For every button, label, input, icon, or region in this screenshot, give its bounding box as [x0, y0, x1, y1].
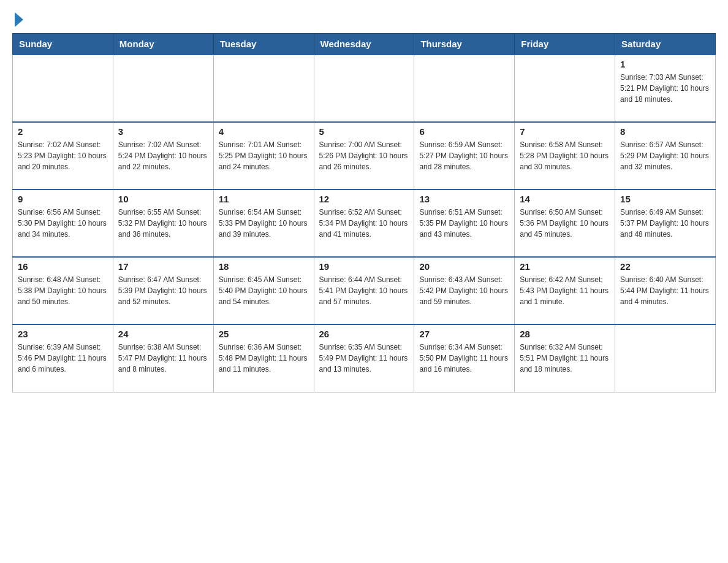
day-info: Sunrise: 6:40 AM Sunset: 5:44 PM Dayligh…: [620, 274, 710, 307]
weekday-header-thursday: Thursday: [414, 34, 515, 55]
calendar-cell: [314, 55, 414, 122]
day-number: 28: [520, 329, 610, 339]
calendar-cell: 4Sunrise: 7:01 AM Sunset: 5:25 PM Daylig…: [213, 122, 314, 190]
day-number: 2: [18, 126, 108, 137]
calendar-cell: 5Sunrise: 7:00 AM Sunset: 5:26 PM Daylig…: [314, 122, 414, 190]
day-number: 15: [620, 194, 710, 204]
calendar-cell: [213, 55, 314, 122]
day-number: 3: [118, 126, 208, 137]
week-row-5: 23Sunrise: 6:39 AM Sunset: 5:46 PM Dayli…: [13, 324, 716, 392]
day-number: 21: [520, 261, 610, 272]
weekday-header-friday: Friday: [515, 34, 615, 55]
calendar-cell: 26Sunrise: 6:35 AM Sunset: 5:49 PM Dayli…: [314, 324, 414, 392]
calendar-cell: 27Sunrise: 6:34 AM Sunset: 5:50 PM Dayli…: [414, 324, 515, 392]
calendar-cell: 8Sunrise: 6:57 AM Sunset: 5:29 PM Daylig…: [615, 122, 716, 190]
calendar-cell: 24Sunrise: 6:38 AM Sunset: 5:47 PM Dayli…: [113, 324, 213, 392]
day-info: Sunrise: 6:39 AM Sunset: 5:46 PM Dayligh…: [18, 342, 108, 375]
day-number: 8: [620, 126, 710, 137]
calendar-cell: 6Sunrise: 6:59 AM Sunset: 5:27 PM Daylig…: [414, 122, 515, 190]
calendar-cell: 21Sunrise: 6:42 AM Sunset: 5:43 PM Dayli…: [515, 257, 615, 324]
day-number: 5: [319, 126, 409, 137]
weekday-header-wednesday: Wednesday: [314, 34, 414, 55]
day-number: 6: [419, 126, 509, 137]
day-info: Sunrise: 6:49 AM Sunset: 5:37 PM Dayligh…: [620, 207, 710, 240]
calendar-cell: 13Sunrise: 6:51 AM Sunset: 5:35 PM Dayli…: [414, 190, 515, 257]
calendar-cell: 18Sunrise: 6:45 AM Sunset: 5:40 PM Dayli…: [213, 257, 314, 324]
calendar-cell: 17Sunrise: 6:47 AM Sunset: 5:39 PM Dayli…: [113, 257, 213, 324]
week-row-4: 16Sunrise: 6:48 AM Sunset: 5:38 PM Dayli…: [13, 257, 716, 324]
logo: [12, 12, 23, 27]
calendar-cell: 14Sunrise: 6:50 AM Sunset: 5:36 PM Dayli…: [515, 190, 615, 257]
day-number: 27: [419, 329, 509, 339]
calendar-cell: [414, 55, 515, 122]
day-info: Sunrise: 7:00 AM Sunset: 5:26 PM Dayligh…: [319, 139, 409, 172]
calendar-cell: 16Sunrise: 6:48 AM Sunset: 5:38 PM Dayli…: [13, 257, 113, 324]
day-number: 13: [419, 194, 509, 204]
day-number: 11: [219, 194, 309, 204]
weekday-header-sunday: Sunday: [13, 34, 113, 55]
day-number: 10: [118, 194, 208, 204]
calendar-table: SundayMondayTuesdayWednesdayThursdayFrid…: [12, 33, 716, 393]
calendar-cell: 22Sunrise: 6:40 AM Sunset: 5:44 PM Dayli…: [615, 257, 716, 324]
day-info: Sunrise: 6:54 AM Sunset: 5:33 PM Dayligh…: [219, 207, 309, 240]
calendar-cell: 1Sunrise: 7:03 AM Sunset: 5:21 PM Daylig…: [615, 55, 716, 122]
day-number: 25: [219, 329, 309, 339]
day-number: 7: [520, 126, 610, 137]
day-number: 9: [18, 194, 108, 204]
calendar-cell: 7Sunrise: 6:58 AM Sunset: 5:28 PM Daylig…: [515, 122, 615, 190]
day-info: Sunrise: 7:02 AM Sunset: 5:23 PM Dayligh…: [18, 139, 108, 172]
page-header: [12, 12, 716, 27]
day-info: Sunrise: 6:55 AM Sunset: 5:32 PM Dayligh…: [118, 207, 208, 240]
calendar-cell: [113, 55, 213, 122]
calendar-cell: 15Sunrise: 6:49 AM Sunset: 5:37 PM Dayli…: [615, 190, 716, 257]
day-info: Sunrise: 6:32 AM Sunset: 5:51 PM Dayligh…: [520, 342, 610, 375]
logo-arrow-icon: [15, 12, 23, 27]
day-info: Sunrise: 6:59 AM Sunset: 5:27 PM Dayligh…: [419, 139, 509, 172]
calendar-cell: 19Sunrise: 6:44 AM Sunset: 5:41 PM Dayli…: [314, 257, 414, 324]
calendar-cell: 9Sunrise: 6:56 AM Sunset: 5:30 PM Daylig…: [13, 190, 113, 257]
weekday-header-tuesday: Tuesday: [213, 34, 314, 55]
day-info: Sunrise: 6:38 AM Sunset: 5:47 PM Dayligh…: [118, 342, 208, 375]
day-number: 12: [319, 194, 409, 204]
calendar-cell: 20Sunrise: 6:43 AM Sunset: 5:42 PM Dayli…: [414, 257, 515, 324]
calendar-cell: [13, 55, 113, 122]
calendar-cell: 25Sunrise: 6:36 AM Sunset: 5:48 PM Dayli…: [213, 324, 314, 392]
calendar-cell: 12Sunrise: 6:52 AM Sunset: 5:34 PM Dayli…: [314, 190, 414, 257]
day-info: Sunrise: 6:58 AM Sunset: 5:28 PM Dayligh…: [520, 139, 610, 172]
week-row-3: 9Sunrise: 6:56 AM Sunset: 5:30 PM Daylig…: [13, 190, 716, 257]
day-number: 26: [319, 329, 409, 339]
calendar-cell: [515, 55, 615, 122]
weekday-header-row: SundayMondayTuesdayWednesdayThursdayFrid…: [13, 34, 716, 55]
day-info: Sunrise: 6:42 AM Sunset: 5:43 PM Dayligh…: [520, 274, 610, 307]
day-info: Sunrise: 6:51 AM Sunset: 5:35 PM Dayligh…: [419, 207, 509, 240]
day-info: Sunrise: 6:34 AM Sunset: 5:50 PM Dayligh…: [419, 342, 509, 375]
week-row-1: 1Sunrise: 7:03 AM Sunset: 5:21 PM Daylig…: [13, 55, 716, 122]
day-info: Sunrise: 6:43 AM Sunset: 5:42 PM Dayligh…: [419, 274, 509, 307]
calendar-cell: 3Sunrise: 7:02 AM Sunset: 5:24 PM Daylig…: [113, 122, 213, 190]
calendar-cell: 10Sunrise: 6:55 AM Sunset: 5:32 PM Dayli…: [113, 190, 213, 257]
day-info: Sunrise: 6:44 AM Sunset: 5:41 PM Dayligh…: [319, 274, 409, 307]
week-row-2: 2Sunrise: 7:02 AM Sunset: 5:23 PM Daylig…: [13, 122, 716, 190]
calendar-cell: [615, 324, 716, 392]
day-number: 14: [520, 194, 610, 204]
calendar-cell: 28Sunrise: 6:32 AM Sunset: 5:51 PM Dayli…: [515, 324, 615, 392]
weekday-header-saturday: Saturday: [615, 34, 716, 55]
weekday-header-monday: Monday: [113, 34, 213, 55]
day-info: Sunrise: 6:50 AM Sunset: 5:36 PM Dayligh…: [520, 207, 610, 240]
day-number: 19: [319, 261, 409, 272]
calendar-cell: 2Sunrise: 7:02 AM Sunset: 5:23 PM Daylig…: [13, 122, 113, 190]
day-number: 23: [18, 329, 108, 339]
day-number: 16: [18, 261, 108, 272]
day-number: 22: [620, 261, 710, 272]
calendar-cell: 11Sunrise: 6:54 AM Sunset: 5:33 PM Dayli…: [213, 190, 314, 257]
calendar-cell: 23Sunrise: 6:39 AM Sunset: 5:46 PM Dayli…: [13, 324, 113, 392]
day-info: Sunrise: 6:48 AM Sunset: 5:38 PM Dayligh…: [18, 274, 108, 307]
day-info: Sunrise: 6:45 AM Sunset: 5:40 PM Dayligh…: [219, 274, 309, 307]
day-info: Sunrise: 7:03 AM Sunset: 5:21 PM Dayligh…: [620, 72, 710, 105]
day-info: Sunrise: 7:02 AM Sunset: 5:24 PM Dayligh…: [118, 139, 208, 172]
day-number: 24: [118, 329, 208, 339]
day-number: 18: [219, 261, 309, 272]
day-info: Sunrise: 6:52 AM Sunset: 5:34 PM Dayligh…: [319, 207, 409, 240]
day-info: Sunrise: 7:01 AM Sunset: 5:25 PM Dayligh…: [219, 139, 309, 172]
day-info: Sunrise: 6:36 AM Sunset: 5:48 PM Dayligh…: [219, 342, 309, 375]
